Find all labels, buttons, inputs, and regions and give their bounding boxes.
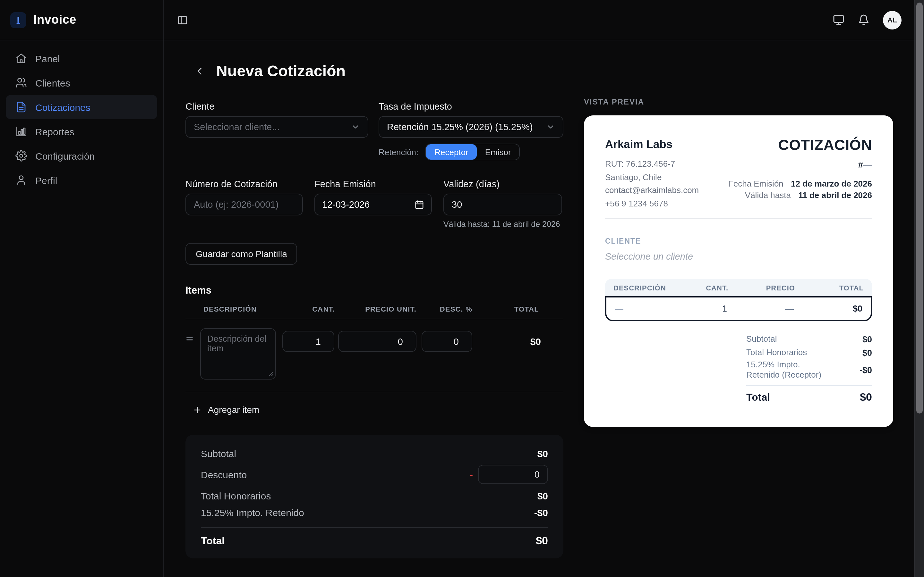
- scrollbar-track[interactable]: [914, 0, 924, 577]
- total-value: $0: [536, 535, 548, 548]
- invoice-preview-card: Arkaim Labs RUT: 76.123.456-7 Santiago, …: [584, 115, 893, 427]
- company-phone: +56 9 1234 5678: [605, 197, 728, 210]
- invoice-cliente-placeholder: Seleccione un cliente: [605, 251, 872, 261]
- inv-row-total: $0: [794, 304, 863, 314]
- tasa-select-value: Retención 15.25% (2026) (15.25%): [387, 122, 546, 132]
- inv-impuesto-row: 15.25% Impto. Retenido (Receptor) -$0: [746, 359, 872, 380]
- company-name: Arkaim Labs: [605, 137, 728, 152]
- sidebar-item-panel[interactable]: Panel: [6, 46, 157, 71]
- inv-subtotal-row: Subtotal $0: [746, 333, 872, 346]
- validez-label: Validez (días): [443, 179, 562, 189]
- fecha-value: 12-03-2026: [322, 199, 415, 210]
- numero-input[interactable]: [186, 193, 303, 215]
- items-heading: Items: [186, 285, 564, 296]
- app-name: Invoice: [33, 13, 76, 27]
- scrollbar-thumb[interactable]: [916, 3, 923, 414]
- retencion-row: Retención: Receptor Emisor: [379, 143, 564, 160]
- topbar: I Invoice AL: [0, 0, 924, 40]
- invoice-divider: [605, 218, 872, 219]
- descuento-input[interactable]: [478, 465, 548, 484]
- topbar-actions: AL: [833, 11, 901, 29]
- inv-impuesto-label: 15.25% Impto. Retenido (Receptor): [746, 359, 830, 380]
- company-email: contact@arkaimlabs.com: [605, 184, 728, 197]
- theme-toggle-button[interactable]: [833, 14, 845, 26]
- totals-divider: [201, 527, 548, 528]
- doc-fecha-row: Fecha Emisión 12 de marzo de 2026: [728, 178, 872, 190]
- item-total: $0: [472, 328, 564, 347]
- sidebar-item-label: Perfil: [35, 175, 57, 185]
- numero-label: Número de Cotización: [186, 179, 303, 189]
- inv-total-label: Total: [746, 392, 770, 403]
- fecha-label: Fecha Emisión: [314, 179, 432, 189]
- inv-total-row: Total $0: [746, 391, 872, 404]
- app-logo-icon: I: [10, 12, 26, 28]
- brand: I Invoice: [0, 0, 164, 40]
- sidebar-toggle-button[interactable]: [177, 15, 188, 25]
- save-template-button[interactable]: Guardar como Plantilla: [186, 243, 297, 265]
- inv-row-cant: 1: [669, 304, 727, 314]
- invoice-table-header: DESCRIPCIÓN CANT. PRECIO TOTAL: [605, 279, 872, 296]
- items-header-rule: [186, 319, 564, 319]
- col-descripcion: DESCRIPCIÓN: [186, 305, 282, 313]
- chevron-left-icon: [194, 65, 205, 77]
- back-button[interactable]: [194, 65, 205, 77]
- col-cant: CANT.: [282, 305, 335, 313]
- retencion-option-emisor[interactable]: Emisor: [477, 144, 519, 160]
- notifications-button[interactable]: [858, 14, 869, 26]
- retencion-option-receptor[interactable]: Receptor: [426, 144, 477, 160]
- subtotal-row: Subtotal $0: [201, 445, 548, 462]
- inv-col-precio: PRECIO: [728, 284, 795, 292]
- honorarios-value: $0: [537, 490, 548, 501]
- sidebar-item-label: Cotizaciones: [35, 102, 90, 113]
- sidebar-item-reportes[interactable]: Reportes: [6, 119, 157, 143]
- inv-col-total: TOTAL: [795, 284, 864, 292]
- total-label: Total: [201, 535, 225, 547]
- item-cant-input[interactable]: [282, 331, 334, 352]
- col-precio-unit: PRECIO UNIT.: [335, 305, 417, 313]
- sidebar-item-label: Clientes: [35, 77, 70, 88]
- sidebar-item-configuracion[interactable]: Configuración: [6, 143, 157, 168]
- topbar-main: AL: [164, 0, 924, 40]
- item-precio-input[interactable]: [338, 331, 417, 352]
- sidebar-item-cotizaciones[interactable]: Cotizaciones: [6, 95, 157, 119]
- honorarios-label: Total Honorarios: [201, 490, 271, 501]
- doc-valida-value: 11 de abril de 2026: [798, 190, 872, 200]
- sidebar-item-perfil[interactable]: Perfil: [6, 168, 157, 192]
- inv-totals-divider: [746, 385, 872, 386]
- inv-col-descripcion: DESCRIPCIÓN: [614, 284, 670, 292]
- item-description-input[interactable]: [200, 328, 276, 380]
- validez-helper: Válida hasta: 11 de abril de 2026: [443, 220, 562, 229]
- impuesto-row: 15.25% Impto. Retenido -$0: [201, 504, 548, 521]
- total-row: Total $0: [201, 533, 548, 550]
- inv-row-precio: —: [727, 304, 794, 314]
- descuento-minus: -: [470, 469, 478, 480]
- main-content: Nueva Cotización Cliente Seleccionar cli…: [164, 40, 924, 577]
- cliente-label: Cliente: [186, 101, 368, 111]
- users-icon: [15, 77, 27, 89]
- drag-handle-icon[interactable]: [186, 328, 200, 346]
- fecha-input[interactable]: 12-03-2026: [314, 193, 432, 215]
- impuesto-value: -$0: [534, 507, 548, 518]
- company-city: Santiago, Chile: [605, 171, 728, 184]
- plus-icon: [192, 405, 202, 414]
- add-item-button[interactable]: Agregar item: [186, 403, 259, 417]
- items-table-header: DESCRIPCIÓN CANT. PRECIO UNIT. DESC. % T…: [186, 304, 564, 314]
- sidebar-item-clientes[interactable]: Clientes: [6, 71, 157, 95]
- validez-input[interactable]: [443, 193, 562, 215]
- sidebar-item-label: Reportes: [35, 126, 74, 137]
- subtotal-label: Subtotal: [201, 448, 236, 459]
- honorarios-row: Total Honorarios $0: [201, 487, 548, 504]
- item-desc-pct-input[interactable]: [422, 331, 472, 352]
- descuento-label: Descuento: [201, 469, 247, 480]
- panel-left-icon: [177, 15, 188, 25]
- retencion-label: Retención:: [379, 147, 418, 157]
- invoice-header: Arkaim Labs RUT: 76.123.456-7 Santiago, …: [605, 137, 872, 210]
- preview-pane: VISTA PREVIA Arkaim Labs RUT: 76.123.456…: [584, 40, 893, 427]
- bell-icon: [858, 14, 869, 26]
- logo-letter: I: [16, 15, 20, 25]
- page-title-row: Nueva Cotización: [186, 61, 564, 81]
- cliente-select[interactable]: Seleccionar cliente...: [186, 116, 368, 138]
- tasa-label: Tasa de Impuesto: [379, 101, 564, 111]
- tasa-select[interactable]: Retención 15.25% (2026) (15.25%): [379, 116, 564, 138]
- avatar[interactable]: AL: [883, 11, 901, 29]
